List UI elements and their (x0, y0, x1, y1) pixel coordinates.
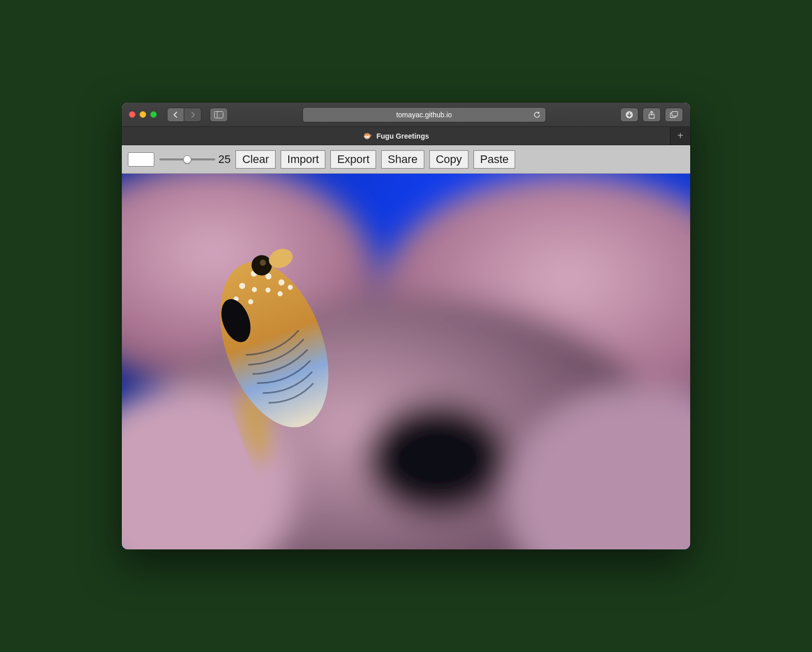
tab-title: Fugu Greetings (377, 132, 429, 140)
sidebar-toggle-button[interactable] (210, 108, 228, 122)
back-button[interactable] (167, 108, 184, 122)
download-icon (625, 111, 633, 119)
copy-button[interactable]: Copy (429, 150, 468, 169)
canvas-area[interactable] (122, 174, 690, 549)
share-icon (648, 111, 655, 119)
tabs-overview-button[interactable] (665, 108, 683, 122)
reload-icon (533, 111, 540, 118)
brush-size-slider[interactable] (159, 158, 215, 160)
export-button[interactable]: Export (330, 150, 376, 169)
close-window-button[interactable] (129, 111, 136, 118)
tab-favicon-icon: 🐡 (363, 132, 373, 141)
chevron-left-icon (173, 111, 179, 118)
paste-button[interactable]: Paste (473, 150, 515, 169)
chevron-right-icon (190, 111, 196, 118)
share-button[interactable] (642, 108, 661, 122)
tab-fugu-greetings[interactable]: 🐡 Fugu Greetings (122, 127, 670, 145)
titlebar-right-buttons (620, 108, 683, 122)
downloads-button[interactable] (620, 108, 638, 122)
canvas-image (122, 174, 690, 549)
url-text: tomayac.github.io (396, 111, 452, 119)
share-page-button[interactable]: Share (381, 150, 424, 169)
window-controls (129, 111, 157, 118)
slider-thumb[interactable] (183, 155, 191, 164)
color-swatch[interactable] (128, 152, 154, 167)
navigation-buttons (167, 108, 201, 122)
titlebar: tomayac.github.io (122, 103, 690, 127)
clear-button[interactable]: Clear (235, 150, 276, 169)
svg-rect-0 (215, 111, 223, 118)
tabs-icon (670, 111, 678, 118)
minimize-window-button[interactable] (140, 111, 146, 118)
tab-bar: 🐡 Fugu Greetings + (122, 127, 690, 145)
new-tab-button[interactable]: + (670, 127, 690, 145)
browser-window: tomayac.github.io (122, 103, 690, 549)
address-bar[interactable]: tomayac.github.io (302, 107, 546, 122)
plus-icon: + (678, 130, 684, 142)
reload-button[interactable] (533, 111, 540, 118)
svg-rect-5 (672, 111, 678, 116)
forward-button[interactable] (184, 108, 201, 122)
brush-size-value: 25 (218, 153, 230, 166)
fullscreen-window-button[interactable] (150, 111, 157, 118)
brush-size-control: 25 (159, 153, 230, 166)
svg-point-10 (365, 402, 507, 514)
app-toolbar: 25 Clear Import Export Share Copy Paste (122, 145, 690, 174)
sidebar-icon (214, 111, 223, 118)
import-button[interactable]: Import (281, 150, 325, 169)
